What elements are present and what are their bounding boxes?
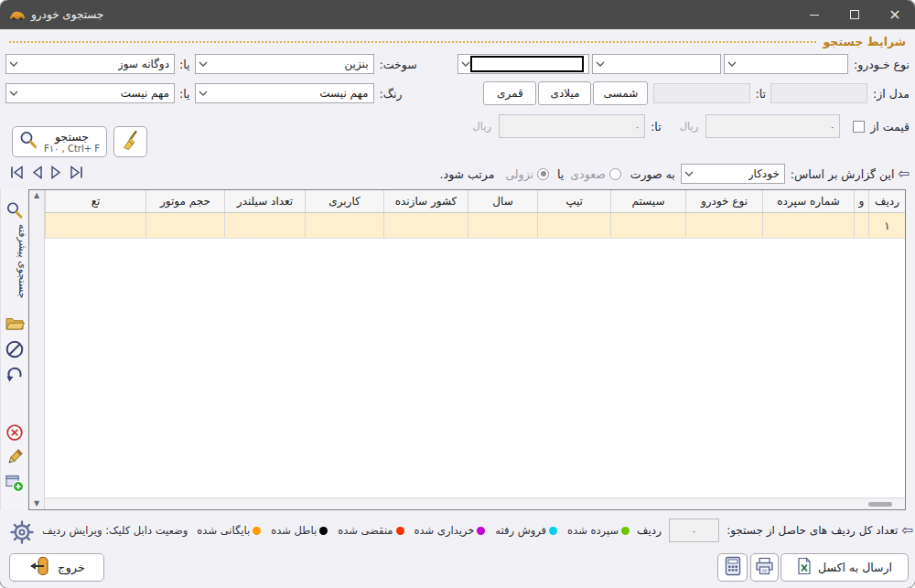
close-button[interactable]: × [875, 0, 915, 29]
table-cell [854, 213, 868, 238]
open-folder-icon[interactable] [1, 315, 28, 332]
grid-content: ردیف و شماره سپرده نوع خودرو سیستم تیپ س… [45, 190, 905, 509]
vehicle-type-label: نوع خـودرو: [854, 58, 910, 71]
price-from-label: قیمت از [870, 120, 910, 134]
sort-or-label: یا [557, 167, 564, 181]
vertical-scrollbar[interactable]: ▲ ▼ [29, 190, 45, 509]
calendar-gregorian-button[interactable]: میلادی [538, 81, 591, 105]
price-checkbox[interactable] [853, 121, 865, 133]
column-header[interactable]: شماره سپرده [762, 190, 854, 212]
status-dot [396, 527, 404, 535]
column-header[interactable]: کشور سازنده [383, 190, 468, 212]
table-cell [685, 213, 762, 238]
chevron-down-icon [9, 91, 18, 96]
model-to-field[interactable] [653, 83, 750, 103]
search-button-group: جستجو F۱۰ , Ctrl+ F [12, 126, 147, 157]
search-label: جستجو [55, 130, 89, 144]
add-record-icon[interactable] [1, 474, 28, 493]
first-record-icon[interactable] [9, 166, 25, 179]
rows-unit-label: ردیف [637, 524, 662, 537]
table-cell [537, 213, 610, 238]
table-cell [224, 213, 305, 238]
column-header[interactable]: تعداد سیلندر [224, 190, 305, 212]
delete-icon[interactable] [1, 423, 28, 442]
previous-record-icon[interactable] [30, 166, 44, 179]
broom-icon [121, 130, 141, 155]
title-bar: جستجوی خودرو × [0, 0, 915, 29]
column-header[interactable]: نوع خودرو [685, 190, 762, 212]
minimize-button[interactable] [794, 0, 834, 29]
settings-gear-icon[interactable] [9, 519, 35, 549]
exit-button[interactable]: خروج [9, 553, 104, 582]
window-body: شرایط جستجو نوع خـودرو: سوخت: بنزین [0, 29, 915, 588]
scroll-down-icon[interactable]: ▼ [34, 500, 39, 508]
window-controls: × [794, 0, 915, 29]
maximize-button[interactable] [834, 0, 875, 29]
undo-icon[interactable] [1, 364, 28, 384]
column-header[interactable]: کاربری [305, 190, 383, 212]
exit-label: خروج [58, 561, 85, 574]
calculator-button[interactable] [717, 553, 748, 582]
calendar-lunar-button[interactable]: قمری [483, 81, 536, 105]
export-excel-button[interactable]: ارسال به اکسل [780, 553, 909, 582]
vehicle-type-combo-3-focused[interactable] [458, 54, 589, 74]
edit-pencil-icon[interactable] [1, 448, 28, 466]
ascending-radio[interactable] [609, 168, 621, 180]
record-navigation [9, 166, 84, 179]
horizontal-scrollbar[interactable] [45, 497, 905, 509]
advanced-search-label[interactable]: جستجوی پیشرفته [1, 224, 28, 299]
calendar-jalali-button[interactable]: شمسی [593, 81, 648, 105]
advanced-search-icon[interactable] [1, 201, 28, 219]
column-header[interactable]: و [854, 190, 868, 212]
focused-edit-box[interactable] [470, 56, 584, 72]
calendar-gregorian-label: میلادی [550, 87, 579, 100]
next-record-icon[interactable] [49, 166, 63, 179]
column-header[interactable]: ردیف [868, 190, 905, 212]
column-header[interactable]: سیستم [610, 190, 685, 212]
price-to-field[interactable]: ۰ [499, 114, 645, 138]
sort-basis-combo[interactable]: خودکار [681, 164, 785, 184]
search-button-text: جستجو F۱۰ , Ctrl+ F [43, 130, 101, 154]
column-header[interactable]: سال [468, 190, 537, 212]
car-icon [9, 9, 26, 21]
column-header[interactable]: حجم موتور [145, 190, 224, 212]
legend-item: فروش رفته [495, 524, 557, 537]
search-conditions-header: شرایط جستجو [9, 33, 906, 49]
total-rows-label: تعداد کل ردیف های حاصل از جستجو: [727, 524, 898, 537]
price-from-field[interactable]: ۰ [705, 114, 840, 138]
app-window: جستجوی خودرو × شرایط جستجو نوع خـودرو: [0, 0, 915, 588]
calendar-lunar-label: قمری [497, 87, 523, 100]
excel-file-icon [797, 557, 812, 579]
status-dot [253, 527, 261, 535]
color-or-label: یا: [179, 87, 190, 101]
descending-radio[interactable] [537, 168, 549, 180]
color-value: مهم نیست [319, 87, 368, 100]
double-click-hint: وضعیت دابل کلیک: ویرایش ردیف [42, 524, 188, 537]
currency-label: ریال [473, 120, 492, 133]
fuel-combo[interactable]: بنزین [195, 54, 374, 74]
report-basis-label: این گزارش بر اساس: [791, 167, 895, 181]
last-record-icon[interactable] [69, 166, 84, 179]
legend-label: منقضی شده [338, 524, 393, 537]
table-row[interactable]: ۱ [45, 213, 905, 239]
color-alt-combo[interactable]: مهم نیست [5, 83, 175, 103]
clear-button[interactable] [113, 126, 147, 157]
model-from-field[interactable] [770, 83, 867, 103]
print-button[interactable] [750, 553, 779, 582]
table-cell [305, 213, 383, 238]
vehicle-type-combo-2[interactable] [592, 54, 721, 74]
legend-item: باطل شده [271, 524, 328, 537]
vehicle-type-combo-1[interactable] [724, 54, 848, 74]
scroll-up-icon[interactable]: ▲ [34, 192, 39, 199]
table-cell [45, 213, 145, 238]
section-title: شرایط جستجو [824, 35, 906, 48]
column-header[interactable]: تع [45, 190, 145, 212]
color-combo[interactable]: مهم نیست [195, 83, 374, 103]
column-header[interactable]: تیپ [537, 190, 610, 212]
legend-item: خریداری شده [414, 524, 486, 537]
fuel-alt-combo[interactable]: دوگانه سوز [5, 54, 175, 74]
horizontal-scrollbar-thumb[interactable] [868, 502, 892, 507]
cancel-icon[interactable] [1, 339, 28, 359]
exit-door-icon [28, 555, 50, 581]
search-button[interactable]: جستجو F۱۰ , Ctrl+ F [12, 126, 107, 157]
